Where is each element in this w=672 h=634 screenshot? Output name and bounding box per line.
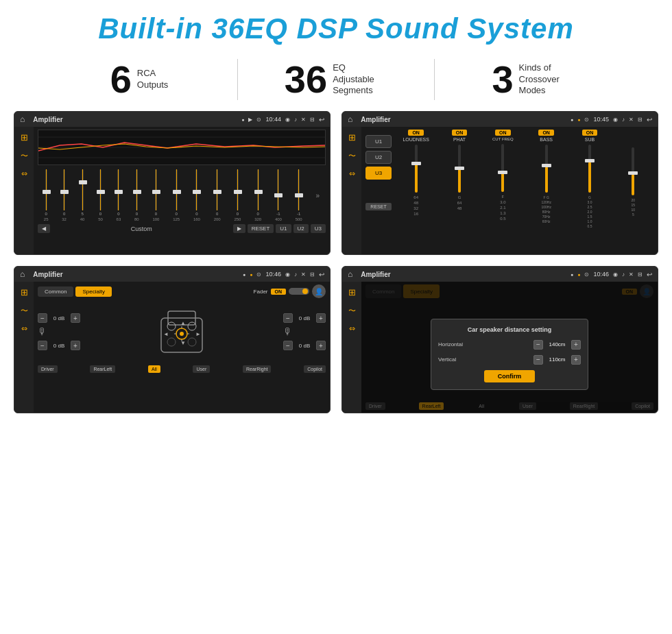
eq-reset-button[interactable]: RESET xyxy=(248,224,274,233)
loudness-track[interactable] xyxy=(415,145,418,193)
eq-slider-25[interactable]: 0 25 xyxy=(44,169,49,221)
back-icon-3[interactable]: ↩ xyxy=(319,271,324,278)
sub-on-btn[interactable]: ON xyxy=(582,130,598,136)
back-icon-2[interactable]: ↩ xyxy=(647,116,652,123)
mode-u3-button[interactable]: U3 xyxy=(365,167,392,180)
eq-slider-400[interactable]: -1 400 xyxy=(275,169,282,221)
home-icon[interactable]: ⌂ xyxy=(20,114,25,124)
monitor-icon-2[interactable]: ⊟ xyxy=(638,117,643,123)
volume-icon-4[interactable]: ♪ xyxy=(622,271,625,278)
eq-icon-3[interactable]: ⊞ xyxy=(21,287,28,297)
tab-specialty[interactable]: Specialty xyxy=(75,286,111,297)
driver-button[interactable]: Driver xyxy=(38,365,58,373)
eq-slider-63[interactable]: 0 63 xyxy=(117,169,121,221)
profile-icon[interactable]: 👤 xyxy=(312,284,326,298)
vol-rl-minus[interactable]: − xyxy=(38,341,47,350)
rearright-button[interactable]: RearRight xyxy=(243,365,272,373)
eq-slider-80[interactable]: 0 80 xyxy=(134,169,139,221)
eq-icon-4[interactable]: ⊞ xyxy=(348,287,356,297)
bass-on-btn[interactable]: ON xyxy=(538,130,554,136)
wave-icon[interactable]: 〜 xyxy=(21,151,28,161)
vol-rr-minus[interactable]: − xyxy=(283,341,293,350)
vol-rl-plus[interactable]: + xyxy=(71,341,80,350)
screen3-topbar: ⌂ Amplifier ● ● ⊙ 10:46 ◉ ♪ ✕ ⊟ ↩ xyxy=(14,267,330,282)
loudness-on-btn[interactable]: ON xyxy=(408,130,424,136)
confirm-button[interactable]: Confirm xyxy=(484,370,536,382)
eq-u1-button[interactable]: U1 xyxy=(276,224,291,233)
wave-icon-2[interactable]: 〜 xyxy=(348,151,356,161)
user-button[interactable]: User xyxy=(193,365,210,373)
reset-cx-button[interactable]: RESET xyxy=(365,203,392,210)
home-icon-4[interactable]: ⌂ xyxy=(348,269,352,279)
eq-next-button[interactable]: ▶ xyxy=(233,224,245,233)
eq-icon-2[interactable]: ⊞ xyxy=(348,132,356,143)
vol-fr-minus[interactable]: − xyxy=(283,313,293,323)
screen4-bottom: Driver RearLeft All User RearRight Copil… xyxy=(365,402,653,410)
eq-slider-32[interactable]: 0 32 xyxy=(62,169,67,221)
wave-icon-3[interactable]: 〜 xyxy=(21,306,28,316)
mode-u1-button[interactable]: U1 xyxy=(365,135,392,148)
mode-u2-button[interactable]: U2 xyxy=(365,151,392,164)
phat-track[interactable] xyxy=(458,145,461,193)
tab-common[interactable]: Common xyxy=(38,286,73,297)
camera-icon-4[interactable]: ◉ xyxy=(613,271,618,278)
vol-fl-minus[interactable]: − xyxy=(38,313,47,323)
close-icon-2[interactable]: ✕ xyxy=(629,117,634,123)
vol-fl-plus[interactable]: + xyxy=(71,313,80,323)
eq-slider-50[interactable]: 0 50 xyxy=(98,169,103,221)
phat-on-btn[interactable]: ON xyxy=(452,130,468,136)
wave-icon-4[interactable]: 〜 xyxy=(348,306,356,316)
bass-track-f[interactable] xyxy=(545,145,548,193)
horizontal-plus-button[interactable]: + xyxy=(571,340,581,350)
close-icon-4[interactable]: ✕ xyxy=(629,271,634,278)
eq-u2-button[interactable]: U2 xyxy=(293,224,309,233)
sub-track[interactable] xyxy=(588,145,591,193)
home-icon-2[interactable]: ⌂ xyxy=(348,114,352,124)
car-diagram-svg: ▲ ▼ ◄ ► xyxy=(147,304,216,359)
arrows-icon[interactable]: ⇔ xyxy=(21,169,27,178)
eq-slider-250[interactable]: 0 250 xyxy=(234,169,241,221)
cutfreq-track[interactable] xyxy=(501,144,504,192)
monitor-icon[interactable]: ⊟ xyxy=(310,117,315,123)
eq-slider-125[interactable]: 0 125 xyxy=(173,169,180,221)
eq-prev-button[interactable]: ◀ xyxy=(38,224,50,233)
all-button[interactable]: All xyxy=(148,365,160,373)
fader-on-button[interactable]: ON xyxy=(271,289,287,295)
eq-slider-200[interactable]: 0 200 xyxy=(214,169,221,221)
arrows-icon-2[interactable]: ⇔ xyxy=(349,169,355,178)
play-icon[interactable]: ▶ xyxy=(248,117,252,123)
cutfreq-on-btn[interactable]: ON xyxy=(495,130,511,136)
sub2-track[interactable] xyxy=(632,147,634,195)
camera-icon[interactable]: ◉ xyxy=(285,117,290,123)
home-icon-3[interactable]: ⌂ xyxy=(20,269,25,279)
eq-u3-button[interactable]: U3 xyxy=(311,224,326,233)
back-icon-4[interactable]: ↩ xyxy=(647,271,652,278)
arrows-icon-3[interactable]: ⇔ xyxy=(21,324,27,333)
camera-icon-3[interactable]: ◉ xyxy=(285,271,290,278)
vertical-minus-button[interactable]: − xyxy=(533,355,543,365)
eq-slider-more[interactable]: » xyxy=(315,192,320,199)
close-icon-3[interactable]: ✕ xyxy=(301,271,306,278)
vertical-plus-button[interactable]: + xyxy=(571,355,581,365)
copilot-button[interactable]: Copilot xyxy=(304,365,326,373)
monitor-icon-4[interactable]: ⊟ xyxy=(638,271,643,278)
close-icon[interactable]: ✕ xyxy=(301,117,306,123)
back-icon[interactable]: ↩ xyxy=(319,116,324,123)
eq-slider-500[interactable]: -1 500 xyxy=(296,169,302,221)
eq-icon[interactable]: ⊞ xyxy=(21,132,28,143)
horizontal-minus-button[interactable]: − xyxy=(533,340,543,350)
rearleft-button[interactable]: RearLeft xyxy=(90,365,115,373)
vol-fr-plus[interactable]: + xyxy=(316,313,326,323)
camera-icon-2[interactable]: ◉ xyxy=(613,117,618,123)
eq-slider-100[interactable]: 0 100 xyxy=(152,169,159,221)
volume-icon[interactable]: ♪ xyxy=(294,117,297,123)
vol-rr-plus[interactable]: + xyxy=(316,341,326,350)
monitor-icon-3[interactable]: ⊟ xyxy=(310,271,315,278)
distance-dialog: Car speaker distance setting Horizontal … xyxy=(431,319,588,390)
eq-slider-320[interactable]: 0 320 xyxy=(254,169,261,221)
eq-slider-40[interactable]: 5 40 xyxy=(80,169,85,221)
volume-icon-3[interactable]: ♪ xyxy=(294,271,297,278)
arrows-icon-4[interactable]: ⇔ xyxy=(349,324,355,333)
eq-slider-160[interactable]: 0 160 xyxy=(193,169,200,221)
volume-icon-2[interactable]: ♪ xyxy=(622,117,625,123)
